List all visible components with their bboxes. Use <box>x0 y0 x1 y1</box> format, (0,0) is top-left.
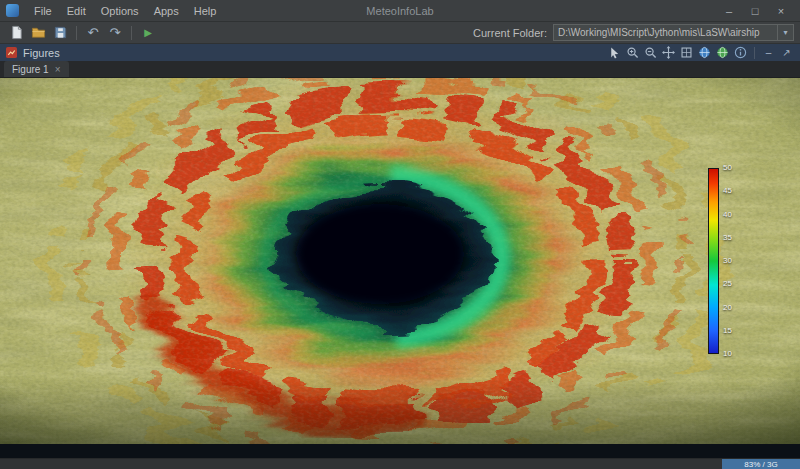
titlebar: File Edit Options Apps Help MeteoInfoLab… <box>0 0 800 22</box>
figures-toolbar-separator <box>754 47 755 59</box>
tab-figure-1[interactable]: Figure 1 × <box>4 61 69 77</box>
current-folder-box: Current Folder: ▾ <box>473 24 794 41</box>
colorbar-tick-labels: 50 45 40 35 30 25 20 15 10 <box>723 164 732 358</box>
colorbar-tick: 25 <box>723 280 732 288</box>
figure-canvas[interactable]: 50 45 40 35 30 25 20 15 10 <box>0 78 800 458</box>
pan-icon[interactable] <box>661 45 676 60</box>
main-toolbar: ↶ ↷ ▶ Current Folder: ▾ <box>0 22 800 44</box>
current-folder-label: Current Folder: <box>473 27 547 39</box>
figure-tab-bar: Figure 1 × <box>0 61 800 78</box>
select-arrow-icon[interactable] <box>607 45 622 60</box>
new-script-button[interactable] <box>6 23 26 42</box>
menubar: File Edit Options Apps Help <box>27 3 223 19</box>
menu-apps[interactable]: Apps <box>147 3 186 19</box>
memory-indicator[interactable]: 83% / 3G <box>722 459 800 469</box>
hurricane-render <box>0 78 800 458</box>
menu-help[interactable]: Help <box>187 3 224 19</box>
tab-close-icon[interactable]: × <box>55 64 61 75</box>
save-button[interactable] <box>50 23 70 42</box>
colorbar-tick: 30 <box>723 257 732 265</box>
undo-button[interactable]: ↶ <box>83 23 103 42</box>
folder-dropdown-button[interactable]: ▾ <box>778 24 794 41</box>
redo-button[interactable]: ↷ <box>105 23 125 42</box>
zoom-out-icon[interactable] <box>643 45 658 60</box>
toolbar-separator <box>76 26 77 40</box>
maximize-button[interactable]: □ <box>742 4 768 18</box>
figures-toolbar: – ↗ <box>607 45 794 60</box>
meteoinfolab-window: File Edit Options Apps Help MeteoInfoLab… <box>0 0 800 469</box>
tab-figure-1-label: Figure 1 <box>12 64 49 75</box>
zoom-in-icon[interactable] <box>625 45 640 60</box>
colorbar-tick: 45 <box>723 187 732 195</box>
figures-panel-header: Figures <box>0 44 800 61</box>
full-extent-icon[interactable] <box>679 45 694 60</box>
current-folder-input[interactable] <box>553 24 778 41</box>
colorbar-tick: 35 <box>723 234 732 242</box>
open-folder-icon <box>31 25 46 40</box>
domain-bottom-edge <box>0 444 800 458</box>
close-button[interactable]: × <box>768 4 794 18</box>
panel-minimize-button[interactable]: – <box>761 45 776 60</box>
run-button[interactable]: ▶ <box>138 23 158 42</box>
figures-panel-icon <box>6 47 17 58</box>
new-script-icon <box>9 25 24 40</box>
globe-green-icon[interactable] <box>715 45 730 60</box>
colorbar-tick: 50 <box>723 164 732 172</box>
toolbar-separator <box>131 26 132 40</box>
window-controls: – □ × <box>716 4 794 18</box>
panel-float-button[interactable]: ↗ <box>779 45 794 60</box>
minimize-button[interactable]: – <box>716 4 742 18</box>
status-bar: 83% / 3G <box>0 458 800 469</box>
menu-file[interactable]: File <box>27 3 59 19</box>
identify-info-icon[interactable] <box>733 45 748 60</box>
colorbar-tick: 15 <box>723 327 732 335</box>
figures-panel-title: Figures <box>23 47 60 59</box>
colorbar-tick: 20 <box>723 304 732 312</box>
colorbar: 50 45 40 35 30 25 20 15 10 <box>708 168 742 368</box>
menu-options[interactable]: Options <box>94 3 146 19</box>
colorbar-tick: 10 <box>723 350 732 358</box>
open-file-button[interactable] <box>28 23 48 42</box>
colorbar-gradient <box>708 168 719 354</box>
colorbar-tick: 40 <box>723 211 732 219</box>
globe-blue-icon[interactable] <box>697 45 712 60</box>
menu-edit[interactable]: Edit <box>60 3 93 19</box>
save-icon <box>53 25 68 40</box>
